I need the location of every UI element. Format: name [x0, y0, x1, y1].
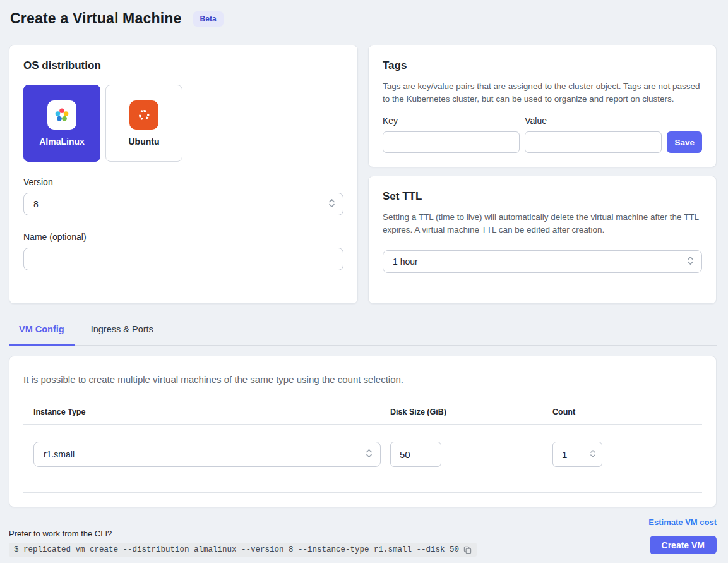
instance-type-select[interactable]: r1.small [33, 442, 381, 467]
os-tile-almalinux-label: AlmaLinux [39, 136, 85, 147]
table-header-row: Instance Type Disk Size (GiB) Count [23, 408, 702, 416]
estimate-vm-cost-link[interactable]: Estimate VM cost [648, 518, 717, 527]
ubuntu-logo-icon [129, 100, 158, 130]
os-tile-almalinux[interactable]: AlmaLinux [23, 85, 100, 162]
name-input[interactable] [23, 248, 343, 270]
page-footer: Prefer to work from the CLI? $ replicate… [9, 518, 717, 557]
tag-value-input[interactable] [525, 131, 662, 153]
ttl-title: Set TTL [383, 190, 702, 203]
ttl-select-value: 1 hour [393, 257, 418, 267]
cli-command-text: $ replicated vm create --distribution al… [14, 545, 459, 554]
count-stepper[interactable]: 1 [552, 442, 602, 467]
beta-badge: Beta [193, 11, 224, 27]
os-distribution-card: OS distribution AlmaLinux [9, 45, 358, 304]
chevron-updown-icon [328, 198, 335, 210]
tag-key-input[interactable] [383, 131, 520, 153]
version-label: Version [23, 177, 343, 187]
tag-key-label: Key [383, 116, 520, 126]
set-ttl-card: Set TTL Setting a TTL (time to live) wil… [368, 176, 717, 304]
create-vm-page: Create a Virtual Machine Beta OS distrib… [0, 0, 728, 563]
tab-ingress-ports[interactable]: Ingress & Ports [81, 320, 164, 346]
chevron-updown-icon [590, 449, 596, 460]
vm-config-hint: It is possible to create multiple virtua… [23, 374, 702, 385]
os-distribution-title: OS distribution [23, 59, 343, 72]
disk-size-input[interactable] [390, 442, 441, 467]
chevron-updown-icon [687, 256, 694, 267]
name-label: Name (optional) [23, 232, 343, 242]
table-row: r1.small 1 [23, 425, 702, 485]
os-tile-ubuntu[interactable]: Ubuntu [105, 85, 182, 162]
column-header-disk-size: Disk Size (GiB) [390, 408, 552, 416]
page-title: Create a Virtual Machine [10, 10, 182, 27]
tag-value-label: Value [525, 116, 662, 126]
almalinux-logo-icon [47, 100, 76, 130]
cli-prompt-label: Prefer to work from the CLI? [9, 529, 477, 538]
tags-title: Tags [383, 59, 702, 72]
copy-icon[interactable] [463, 546, 472, 554]
ttl-select[interactable]: 1 hour [383, 250, 702, 273]
instance-type-value: r1.small [44, 449, 75, 459]
count-value: 1 [562, 449, 567, 460]
save-tag-button[interactable]: Save [667, 131, 702, 153]
create-vm-button[interactable]: Create VM [650, 536, 717, 554]
column-header-count: Count [552, 408, 692, 416]
version-select[interactable]: 8 [23, 193, 343, 215]
tab-bar: VM Config Ingress & Ports [9, 320, 717, 346]
tags-card: Tags Tags are key/value pairs that are a… [368, 45, 717, 167]
chevron-updown-icon [366, 449, 373, 460]
page-header: Create a Virtual Machine Beta [10, 10, 717, 27]
tab-vm-config[interactable]: VM Config [9, 320, 75, 346]
vm-config-card: It is possible to create multiple virtua… [9, 356, 717, 507]
cli-command-box: $ replicated vm create --distribution al… [9, 543, 477, 557]
os-tile-group: AlmaLinux Ubuntu [23, 85, 343, 162]
column-header-instance-type: Instance Type [33, 408, 390, 416]
version-select-value: 8 [33, 199, 39, 209]
table-divider [23, 492, 702, 493]
os-tile-ubuntu-label: Ubuntu [129, 136, 160, 147]
tags-description: Tags are key/value pairs that are assign… [383, 80, 702, 106]
ttl-description: Setting a TTL (time to live) will automa… [383, 211, 702, 236]
